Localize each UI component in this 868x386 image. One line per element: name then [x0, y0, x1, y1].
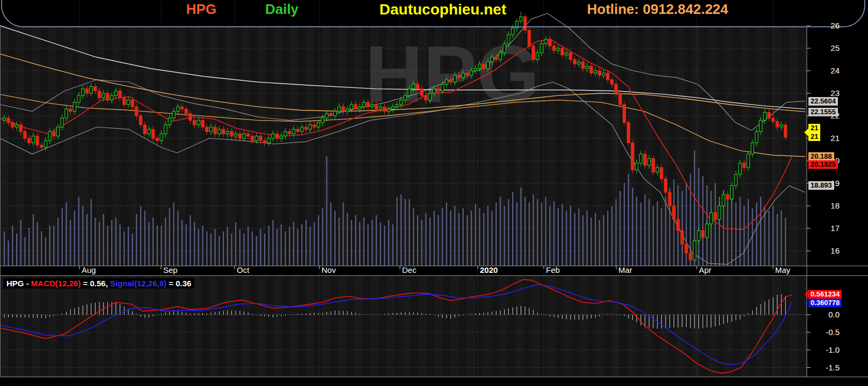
volume-bar — [206, 232, 207, 266]
volume-bar — [640, 203, 641, 266]
candle-down — [140, 116, 142, 125]
candle-down — [524, 17, 527, 30]
candle-up — [168, 118, 171, 125]
candle-up — [3, 118, 5, 120]
volume-bar — [16, 234, 17, 266]
candle-down — [354, 105, 357, 109]
candle-down — [185, 109, 187, 113]
candle-down — [288, 131, 291, 133]
price-axis-label: 24 — [808, 66, 840, 76]
candle-up — [648, 159, 651, 166]
volume-bar — [363, 218, 364, 266]
candle-down — [152, 129, 155, 138]
volume-bar — [37, 222, 38, 266]
candle-up — [763, 113, 766, 121]
candle-down — [123, 98, 126, 105]
background-stripe — [282, 276, 290, 377]
time-axis-label-sep: Sep — [163, 265, 178, 274]
background-stripe — [556, 276, 564, 377]
candle-up — [57, 127, 60, 136]
volume-bar — [91, 199, 92, 266]
volume-bar — [409, 199, 410, 266]
background-stripe — [459, 276, 467, 377]
candle-up — [470, 71, 473, 75]
candle-up — [172, 112, 175, 118]
candle-down — [98, 91, 101, 98]
candle-down — [40, 145, 43, 147]
candle-up — [747, 154, 749, 167]
candle-down — [276, 134, 279, 138]
volume-bar — [463, 209, 464, 266]
volume-bar — [429, 218, 431, 266]
volume-bar — [111, 220, 112, 266]
volume-bar — [475, 204, 476, 266]
candle-up — [321, 118, 324, 122]
candle-down — [11, 123, 14, 127]
candle-up — [503, 44, 506, 53]
volume-bar — [524, 197, 526, 266]
candle-down — [259, 136, 262, 140]
volume-bar — [210, 234, 211, 266]
candle-up — [388, 109, 390, 111]
volume-bar — [458, 213, 459, 266]
background-stripe — [684, 276, 692, 377]
volume-bar — [78, 197, 79, 266]
candle-down — [776, 122, 778, 128]
volume-bar — [425, 213, 426, 266]
volume-bar — [727, 199, 728, 266]
background-stripe — [701, 276, 709, 377]
chart-canvas[interactable]: HPG — [0, 0, 868, 386]
candle-up — [734, 174, 737, 185]
background-stripe — [523, 276, 531, 377]
volume-bar — [520, 188, 521, 266]
volume-bar — [487, 206, 488, 266]
volume-bar — [45, 237, 46, 266]
volume-bar — [148, 222, 149, 266]
volume-bar — [748, 199, 749, 266]
candle-down — [251, 136, 253, 140]
candle-down — [466, 73, 469, 75]
candle-up — [65, 109, 68, 118]
volume-bar — [421, 220, 422, 266]
volume-bar — [603, 215, 604, 266]
volume-bar — [28, 228, 30, 266]
volume-bar — [305, 220, 307, 266]
volume-bar — [777, 214, 778, 266]
indicator-value-badge: 22.1555 — [808, 108, 838, 116]
candle-up — [731, 185, 733, 199]
background-stripe — [314, 276, 322, 377]
volume-bar — [49, 226, 50, 266]
candle-down — [549, 39, 551, 46]
candle-up — [48, 131, 51, 140]
volume-bar — [400, 195, 402, 266]
candle-up — [226, 131, 229, 133]
candle-up — [718, 206, 721, 219]
indicator-value-badge: 18.893 — [808, 181, 834, 190]
candle-down — [85, 89, 88, 93]
volume-bar — [24, 237, 25, 266]
candle-down — [607, 73, 609, 80]
candle-down — [206, 127, 208, 131]
volume-bar — [624, 183, 625, 266]
background-stripe — [765, 276, 773, 377]
candle-down — [222, 129, 225, 133]
candle-up — [197, 120, 200, 124]
volume-bar — [446, 203, 447, 266]
candle-up — [82, 89, 84, 96]
volume-bar — [326, 157, 327, 266]
candle-up — [462, 73, 464, 77]
macd-indicator-label: HPG - MACD(12,26) = 0.56, Signal(12,26,9… — [3, 278, 194, 288]
candle-down — [644, 154, 646, 165]
volume-bar — [339, 218, 340, 266]
time-axis-label-aug: Aug — [82, 265, 96, 274]
volume-bar — [152, 218, 154, 266]
macd-value-badge: 0.360778 — [808, 299, 842, 307]
candle-up — [520, 17, 522, 21]
volume-bar — [53, 226, 54, 266]
candle-up — [400, 100, 403, 105]
volume-bar — [223, 232, 224, 266]
volume-bar — [471, 211, 472, 266]
volume-bar — [115, 218, 116, 266]
candle-down — [94, 86, 97, 91]
volume-bar — [380, 222, 381, 266]
